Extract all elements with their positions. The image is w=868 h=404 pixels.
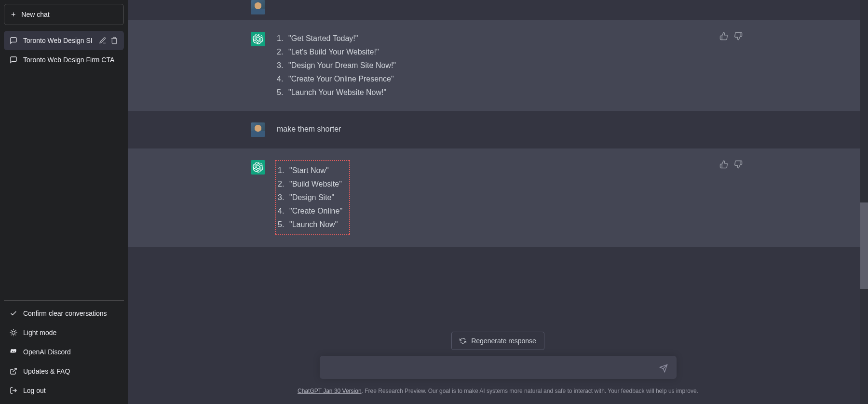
sidebar: + New chat Toronto Web Design SI Toronto… — [0, 0, 128, 404]
new-chat-label: New chat — [21, 11, 49, 18]
chat-icon — [10, 56, 17, 64]
refresh-icon — [460, 337, 466, 344]
regenerate-button[interactable]: Regenerate response — [451, 332, 544, 350]
conversation-actions — [99, 37, 118, 44]
list-item: "Build Website" — [278, 177, 342, 191]
message-content: make them shorter — [277, 122, 868, 137]
list-item: "Design Your Dream Site Now!" — [277, 59, 868, 72]
thumbs-up-icon[interactable] — [719, 160, 728, 169]
assistant-message: "Get Started Today!" "Let's Build Your W… — [128, 20, 868, 111]
user-avatar — [251, 122, 265, 137]
user-message-partial — [128, 0, 868, 20]
conversation-title: Toronto Web Design SI — [23, 37, 93, 44]
send-button[interactable] — [657, 362, 670, 375]
thumbs-down-icon[interactable] — [734, 160, 743, 169]
conversation-title: Toronto Web Design Firm CTA — [23, 56, 118, 64]
sidebar-bottom-menu: Confirm clear conversations Light mode O… — [4, 300, 124, 400]
conversation-item[interactable]: Toronto Web Design SI — [4, 31, 124, 50]
check-icon — [10, 310, 17, 317]
user-message: make them shorter — [128, 111, 868, 148]
light-mode-label: Light mode — [23, 329, 56, 337]
response-list: "Get Started Today!" "Let's Build Your W… — [277, 32, 868, 99]
logout-label: Log out — [23, 387, 46, 394]
feedback-buttons — [719, 160, 743, 169]
version-link[interactable]: ChatGPT Jan 30 Version — [298, 388, 362, 394]
discord-icon — [10, 348, 17, 356]
assistant-message: "Start Now" "Build Website" "Design Site… — [128, 148, 868, 247]
confirm-clear-label: Confirm clear conversations — [23, 310, 107, 317]
updates-faq-label: Updates & FAQ — [23, 367, 70, 375]
svg-point-0 — [12, 331, 15, 335]
discord-button[interactable]: OpenAI Discord — [4, 342, 124, 362]
message-input[interactable] — [320, 356, 677, 379]
list-item: "Launch Now" — [278, 218, 342, 231]
light-mode-button[interactable]: Light mode — [4, 323, 124, 342]
external-link-icon — [10, 367, 17, 375]
list-item: "Let's Build Your Website!" — [277, 45, 868, 59]
discord-label: OpenAI Discord — [23, 348, 71, 356]
confirm-clear-button[interactable]: Confirm clear conversations — [4, 304, 124, 323]
thumbs-down-icon[interactable] — [734, 32, 743, 40]
bot-avatar — [251, 32, 265, 46]
updates-faq-button[interactable]: Updates & FAQ — [4, 362, 124, 381]
feedback-buttons — [719, 32, 743, 40]
conversations-list: Toronto Web Design SI Toronto Web Design… — [4, 31, 124, 300]
logout-button[interactable]: Log out — [4, 381, 124, 400]
main-area: "Get Started Today!" "Let's Build Your W… — [128, 0, 868, 404]
regenerate-label: Regenerate response — [471, 337, 536, 345]
scrollbar-track[interactable] — [860, 0, 868, 404]
svg-line-8 — [15, 330, 16, 331]
list-item: "Create Your Online Presence" — [277, 72, 868, 86]
conversation-item[interactable]: Toronto Web Design Firm CTA — [4, 50, 124, 69]
svg-line-7 — [11, 335, 12, 335]
list-item: "Start Now" — [278, 164, 342, 177]
footer-disclaimer: . Free Research Preview. Our goal is to … — [362, 388, 698, 394]
sun-icon — [10, 329, 17, 337]
svg-line-3 — [11, 330, 12, 331]
list-item: "Get Started Today!" — [277, 32, 868, 45]
scrollbar-thumb[interactable] — [860, 202, 868, 289]
chat-area: "Get Started Today!" "Let's Build Your W… — [128, 0, 868, 326]
message-content: "Get Started Today!" "Let's Build Your W… — [277, 32, 868, 99]
message-content: "Start Now" "Build Website" "Design Site… — [277, 160, 868, 235]
list-item: "Design Site" — [278, 191, 342, 204]
svg-line-9 — [13, 368, 16, 372]
delete-icon[interactable] — [110, 37, 118, 44]
bottom-section: Regenerate response ChatGPT Jan 30 Versi… — [128, 326, 868, 404]
plus-icon: + — [11, 10, 15, 19]
footer-text: ChatGPT Jan 30 Version. Free Research Pr… — [128, 388, 868, 394]
list-item: "Create Online" — [278, 204, 342, 218]
chat-icon — [10, 37, 17, 44]
thumbs-up-icon[interactable] — [719, 32, 728, 40]
highlight-annotation: "Start Now" "Build Website" "Design Site… — [275, 160, 350, 235]
response-list: "Start Now" "Build Website" "Design Site… — [278, 164, 342, 231]
edit-icon[interactable] — [99, 37, 107, 44]
svg-line-4 — [15, 335, 16, 335]
bot-avatar — [251, 160, 265, 175]
logout-icon — [10, 387, 17, 394]
new-chat-button[interactable]: + New chat — [4, 4, 124, 25]
list-item: "Launch Your Website Now!" — [277, 86, 868, 99]
user-avatar — [251, 0, 265, 14]
